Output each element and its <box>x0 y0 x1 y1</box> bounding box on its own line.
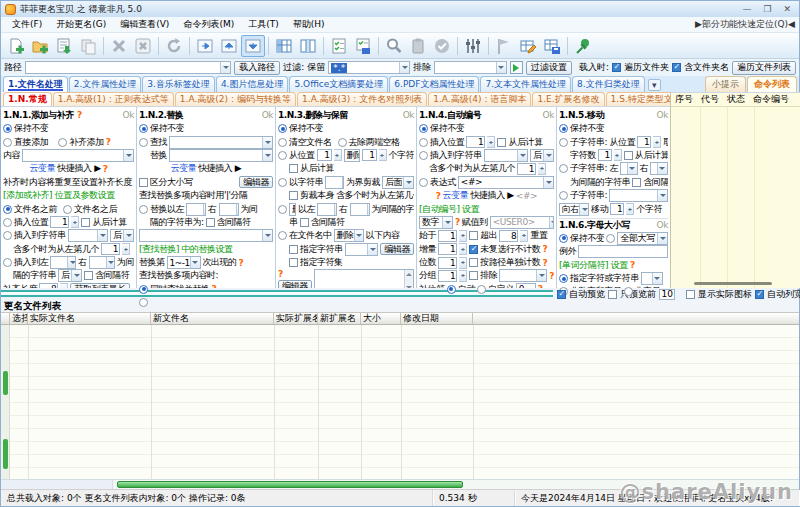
list-check-button[interactable] <box>327 35 351 57</box>
substring-between-radio[interactable] <box>559 164 568 173</box>
spinner-arrows-icon[interactable] <box>459 243 467 255</box>
cloud-var-link[interactable]: 云变量 <box>171 162 197 175</box>
preview-count-input[interactable]: 10 <box>659 289 675 300</box>
insert-to-string-radio[interactable] <box>419 151 428 160</box>
auto-pad-radio[interactable] <box>447 285 456 294</box>
case-mode-select[interactable]: 全部大写 <box>617 232 668 245</box>
dropdown-arrow-icon[interactable] <box>67 257 76 268</box>
from-end-checkbox[interactable] <box>624 151 633 160</box>
flag-button[interactable] <box>492 35 516 57</box>
menu-quick-locate[interactable]: ▶部分功能快速定位(Q)◀ <box>695 18 795 31</box>
col-cmd-number[interactable]: 命令编号 <box>753 93 800 106</box>
dropdown-arrow-icon[interactable] <box>71 270 81 281</box>
specified-string-checkbox[interactable] <box>289 245 298 254</box>
search-button[interactable] <box>382 35 406 57</box>
dropdown-arrow-icon[interactable] <box>442 217 452 228</box>
left-string-input[interactable] <box>186 203 206 216</box>
keep-filter-input[interactable]: *.* <box>328 61 410 74</box>
subtab-normal[interactable]: 1.N.常规 <box>3 92 52 106</box>
splitter-handle[interactable] <box>1 288 553 300</box>
separator-input[interactable] <box>641 272 663 285</box>
help-icon[interactable]: ? <box>542 244 547 254</box>
dropdown-arrow-icon[interactable] <box>262 137 272 148</box>
subtab-extension[interactable]: 1.E.扩展名修改 <box>532 92 604 106</box>
dropdown-arrow-icon[interactable] <box>367 204 370 215</box>
by-string-radio[interactable] <box>278 178 287 187</box>
col-index[interactable]: 序号 <box>675 93 701 106</box>
charset-checkbox[interactable] <box>289 258 298 267</box>
help-icon[interactable]: ? <box>455 217 460 227</box>
subtab-encoding[interactable]: 1.A.高级(2)：编码与转换等 <box>175 92 296 106</box>
help-icon[interactable]: ? <box>542 258 547 268</box>
keep-radio[interactable] <box>419 124 428 133</box>
quick-insert-link[interactable]: 快捷插入 ▶ <box>198 162 241 175</box>
scrollbar-track[interactable] <box>113 480 799 489</box>
dropdown-arrow-icon[interactable] <box>97 230 107 241</box>
in-name-delete-radio[interactable] <box>278 231 287 240</box>
tab-pdf-attr[interactable]: 6.PDF文档属性处理 <box>389 76 479 92</box>
spinner-arrows-icon[interactable] <box>379 149 387 161</box>
specified-separator-radio[interactable] <box>559 274 568 283</box>
dropdown-arrow-icon[interactable] <box>627 163 637 174</box>
close-button[interactable]: ✕ <box>783 4 791 14</box>
help-icon[interactable]: ? <box>549 271 554 281</box>
insert-pos-radio[interactable] <box>3 218 12 227</box>
dropdown-arrow-icon[interactable] <box>220 62 230 73</box>
panel-up-button[interactable] <box>217 35 241 57</box>
left-scroll-strip[interactable] <box>1 325 10 479</box>
menu-help[interactable]: 帮助(H) <box>286 17 332 32</box>
clear-name-radio[interactable] <box>278 138 287 147</box>
subtab-regex[interactable]: 1.A.高级(1)：正则表达式等 <box>53 92 174 106</box>
apply-filter-button[interactable] <box>510 61 523 74</box>
side-select[interactable]: 后 <box>530 149 554 162</box>
exclude-checkbox[interactable] <box>469 271 478 280</box>
spinner-arrows-icon[interactable] <box>614 149 622 161</box>
left-string-input[interactable] <box>620 162 638 175</box>
spinner-arrows-icon[interactable] <box>520 230 528 242</box>
pos-spinner[interactable]: 1 <box>317 149 332 161</box>
dropdown-arrow-icon[interactable] <box>536 270 546 281</box>
tab-text-attr[interactable]: 7.文本文件属性处理 <box>480 76 571 92</box>
move-spinner[interactable]: 1 <box>610 203 624 215</box>
maximize-button[interactable]: ❐ <box>763 4 771 14</box>
quick-insert-link[interactable]: 快捷插入 ▶ <box>470 189 513 202</box>
scrollbar-thumb[interactable] <box>117 481 463 488</box>
tab-tips[interactable]: 小提示 <box>705 76 746 92</box>
spinner-arrows-icon[interactable] <box>459 230 467 242</box>
pos-spinner[interactable]: 1 <box>637 136 651 148</box>
dropdown-arrow-icon[interactable] <box>334 204 337 215</box>
substring-radio[interactable] <box>559 191 568 200</box>
side-select[interactable]: 后 <box>58 269 82 282</box>
keep-radio[interactable] <box>139 124 148 133</box>
tab-command-list[interactable]: 命令列表 <box>747 76 797 92</box>
file-list-grid[interactable] <box>1 325 799 479</box>
dropdown-arrow-icon[interactable] <box>657 190 667 201</box>
refresh-button[interactable] <box>162 35 186 57</box>
exclude-input[interactable] <box>499 269 547 282</box>
include-separator-checkbox[interactable] <box>206 218 215 227</box>
panel-down-button[interactable] <box>241 35 265 57</box>
insert-string-input[interactable] <box>484 149 528 162</box>
dropdown-arrow-icon[interactable] <box>549 217 554 228</box>
cloud-var-link[interactable]: 云变量 <box>29 162 55 175</box>
tab-music-tag[interactable]: 3.音乐标签处理 <box>142 76 215 92</box>
before-name-radio[interactable] <box>3 205 12 214</box>
preview-first-checkbox[interactable] <box>608 290 617 299</box>
nth-spinner[interactable]: 1 <box>517 163 536 175</box>
after-name-radio[interactable] <box>63 205 72 214</box>
filter-settings-button[interactable]: 过滤设置 <box>526 61 572 75</box>
occurrence-select[interactable]: 1~-1 <box>167 256 201 269</box>
tab-classify[interactable]: 8.文件归类处理 <box>572 76 645 92</box>
spinner-arrows-icon[interactable] <box>71 216 79 228</box>
col-size[interactable]: 大小 <box>361 313 401 324</box>
expression-radio[interactable] <box>419 178 428 187</box>
between-replace-input[interactable] <box>139 229 273 242</box>
number-type-select[interactable]: 数字 <box>419 216 453 229</box>
traverse-file-list-button[interactable]: 遍历文件列表 <box>732 61 796 75</box>
open-folder-button[interactable] <box>28 35 52 57</box>
delete-all-button[interactable] <box>131 35 155 57</box>
custom-pad-radio[interactable] <box>477 285 486 294</box>
left-string-input[interactable] <box>50 256 76 269</box>
increment-spinner[interactable]: 1 <box>438 243 457 255</box>
right-string-input[interactable] <box>350 203 370 216</box>
